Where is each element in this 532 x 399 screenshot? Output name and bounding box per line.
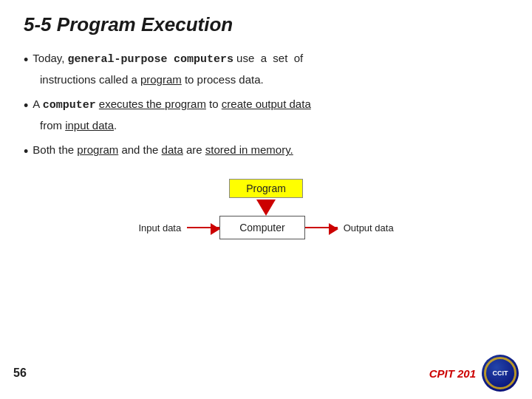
arrow-down-container — [256, 200, 276, 216]
arrow-right-output — [305, 227, 338, 228]
bullet-1: • Today, general-purpose computers use a… — [24, 50, 508, 88]
keyword-computers: computers — [174, 53, 233, 66]
page-number: 56 — [13, 366, 27, 380]
keyword-general-purpose: general-purpose — [68, 53, 168, 66]
footer: 56 CPIT 201 CCIT — [0, 355, 532, 392]
diagram: Program Input data Computer Output data — [24, 179, 508, 239]
underline-create-output: create output data — [222, 98, 311, 110]
program-row: Program — [229, 179, 303, 198]
label-input: Input data — [138, 222, 181, 233]
arrow-down-icon — [256, 200, 276, 216]
course-label: CPIT 201 — [429, 367, 476, 380]
box-program: Program — [229, 179, 303, 198]
underline-input-data: input data — [65, 119, 114, 132]
underline-stored: stored in memory. — [205, 143, 293, 156]
bullet-dot-3: • — [24, 142, 28, 163]
bullet-dot-2: • — [24, 96, 28, 117]
underline-executes: executes the program — [99, 98, 206, 110]
underline-program-3: program — [77, 143, 118, 156]
bullet-dot-1: • — [24, 50, 28, 71]
arrow-right-input — [187, 227, 219, 228]
label-output: Output data — [344, 222, 394, 233]
keyword-computer: computer — [43, 99, 96, 112]
underline-data-3: data — [162, 143, 183, 156]
bullet-3-text: Both the program and the data are stored… — [33, 141, 293, 158]
title-text: 5-5 Program Execution — [24, 13, 233, 35]
slide-title: 5-5 Program Execution — [24, 13, 508, 36]
box-computer: Computer — [219, 216, 304, 239]
bullet-1-line1: • Today, general-purpose computers use a… — [24, 50, 508, 71]
program-arrow-area: Program — [229, 179, 303, 216]
bullet-3-line1: • Both the program and the data are stor… — [24, 141, 508, 163]
bullet-1-continuation: instructions called a program to process… — [24, 71, 508, 88]
underline-program-1: program — [140, 73, 182, 86]
bullet-3: • Both the program and the data are stor… — [24, 141, 508, 163]
bullet-1-text: Today, general-purpose computers use a s… — [33, 50, 303, 68]
bullet-2-text: A computer executes the program to creat… — [33, 95, 310, 114]
university-logo: CCIT — [482, 355, 519, 392]
logo-text: CCIT — [493, 369, 508, 378]
footer-right: CPIT 201 CCIT — [429, 355, 519, 392]
bullet-2-continuation: from input data. — [24, 117, 508, 134]
diagram-main-row: Input data Computer Output data — [24, 216, 508, 239]
bullet-2: • A computer executes the program to cre… — [24, 95, 508, 134]
bullet-2-line1: • A computer executes the program to cre… — [24, 95, 508, 117]
slide: 5-5 Program Execution • Today, general-p… — [0, 0, 532, 399]
